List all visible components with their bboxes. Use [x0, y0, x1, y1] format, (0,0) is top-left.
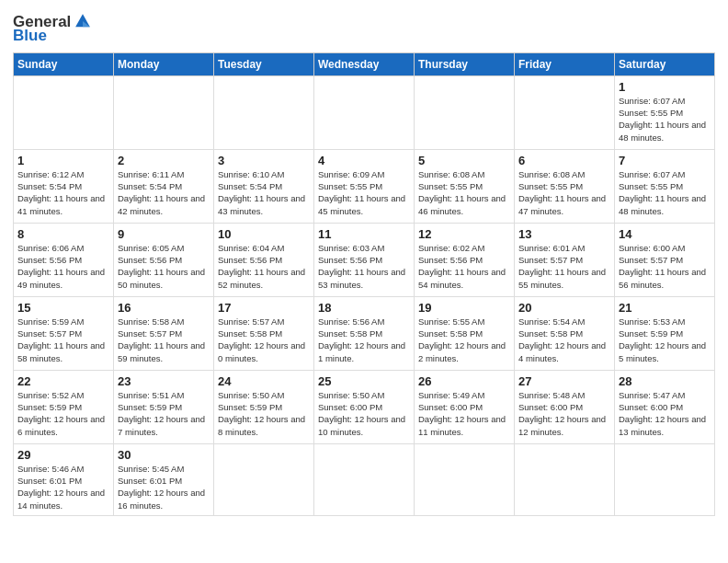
day-number: 29 [17, 448, 109, 462]
calendar-cell: 21Sunrise: 5:53 AMSunset: 5:59 PMDayligh… [615, 296, 715, 370]
day-details: Sunrise: 5:54 AMSunset: 5:58 PMDaylight:… [518, 316, 610, 364]
day-details: Sunrise: 6:02 AMSunset: 5:56 PMDaylight:… [418, 242, 510, 291]
calendar-cell: 16Sunrise: 5:58 AMSunset: 5:57 PMDayligh… [114, 296, 214, 370]
calendar-cell: 19Sunrise: 5:55 AMSunset: 5:58 PMDayligh… [415, 296, 515, 370]
calendar-cell [114, 75, 214, 149]
calendar-cell [515, 75, 615, 149]
day-number: 11 [318, 227, 410, 241]
calendar-week-row: 8Sunrise: 6:06 AMSunset: 5:56 PMDaylight… [14, 223, 715, 296]
calendar-cell: 26Sunrise: 5:49 AMSunset: 6:00 PMDayligh… [415, 370, 515, 443]
calendar-week-row: 22Sunrise: 5:52 AMSunset: 5:59 PMDayligh… [14, 370, 715, 443]
day-number: 10 [218, 227, 310, 241]
calendar-cell [515, 443, 615, 515]
day-number: 22 [17, 374, 109, 388]
day-details: Sunrise: 5:47 AMSunset: 6:00 PMDaylight:… [619, 389, 711, 438]
day-number: 16 [118, 301, 210, 315]
calendar-cell: 18Sunrise: 5:56 AMSunset: 5:58 PMDayligh… [314, 296, 415, 370]
day-header-wednesday: Wednesday [314, 52, 415, 75]
day-details: Sunrise: 5:50 AMSunset: 6:00 PMDaylight:… [318, 389, 410, 438]
day-number: 26 [418, 374, 510, 388]
calendar-cell [415, 75, 515, 149]
day-number: 5 [418, 154, 510, 167]
calendar-cell: 22Sunrise: 5:52 AMSunset: 5:59 PMDayligh… [14, 370, 114, 443]
calendar-cell: 20Sunrise: 5:54 AMSunset: 5:58 PMDayligh… [515, 296, 615, 370]
day-details: Sunrise: 6:09 AMSunset: 5:55 PMDaylight:… [318, 168, 410, 217]
day-details: Sunrise: 5:52 AMSunset: 5:59 PMDaylight:… [17, 389, 109, 438]
calendar-cell: 14Sunrise: 6:00 AMSunset: 5:57 PMDayligh… [615, 223, 715, 296]
day-details: Sunrise: 6:01 AMSunset: 5:57 PMDaylight:… [518, 242, 610, 291]
day-details: Sunrise: 5:53 AMSunset: 5:59 PMDaylight:… [619, 316, 711, 364]
day-number: 9 [118, 227, 210, 241]
logo: General Blue [13, 13, 93, 45]
day-header-thursday: Thursday [415, 52, 515, 75]
calendar-cell: 30Sunrise: 5:45 AMSunset: 6:01 PMDayligh… [114, 443, 214, 515]
day-details: Sunrise: 5:48 AMSunset: 6:00 PMDaylight:… [518, 389, 610, 438]
calendar-cell [615, 443, 715, 515]
day-details: Sunrise: 5:50 AMSunset: 5:59 PMDaylight:… [218, 389, 310, 438]
calendar-cell: 8Sunrise: 6:06 AMSunset: 5:56 PMDaylight… [14, 223, 114, 296]
day-number: 20 [518, 301, 610, 315]
day-details: Sunrise: 6:06 AMSunset: 5:56 PMDaylight:… [17, 242, 109, 291]
day-number: 19 [418, 301, 510, 315]
calendar-cell: 1Sunrise: 6:12 AMSunset: 5:54 PMDaylight… [14, 149, 114, 223]
calendar-week-row: 15Sunrise: 5:59 AMSunset: 5:57 PMDayligh… [14, 296, 715, 370]
calendar-cell: 11Sunrise: 6:03 AMSunset: 5:56 PMDayligh… [314, 223, 415, 296]
calendar-cell: 29Sunrise: 5:46 AMSunset: 6:01 PMDayligh… [14, 443, 114, 515]
day-number: 23 [118, 374, 210, 388]
day-details: Sunrise: 6:00 AMSunset: 5:57 PMDaylight:… [619, 242, 711, 291]
day-header-tuesday: Tuesday [214, 52, 314, 75]
calendar-cell: 9Sunrise: 6:05 AMSunset: 5:56 PMDaylight… [114, 223, 214, 296]
calendar-cell [415, 443, 515, 515]
day-number: 25 [318, 374, 410, 388]
day-number: 21 [619, 301, 711, 315]
day-details: Sunrise: 6:08 AMSunset: 5:55 PMDaylight:… [518, 168, 610, 217]
day-number: 14 [619, 227, 711, 241]
day-header-friday: Friday [515, 52, 615, 75]
day-details: Sunrise: 6:07 AMSunset: 5:55 PMDaylight:… [619, 95, 711, 144]
calendar-cell: 24Sunrise: 5:50 AMSunset: 5:59 PMDayligh… [214, 370, 314, 443]
day-number: 30 [118, 448, 210, 462]
day-number: 15 [17, 301, 109, 315]
day-number: 6 [518, 154, 610, 167]
day-number: 12 [418, 227, 510, 241]
day-header-sunday: Sunday [14, 52, 114, 75]
day-header-monday: Monday [114, 52, 214, 75]
day-details: Sunrise: 5:45 AMSunset: 6:01 PMDaylight:… [118, 463, 210, 511]
calendar-cell: 15Sunrise: 5:59 AMSunset: 5:57 PMDayligh… [14, 296, 114, 370]
day-details: Sunrise: 6:12 AMSunset: 5:54 PMDaylight:… [17, 168, 109, 217]
day-details: Sunrise: 6:03 AMSunset: 5:56 PMDaylight:… [318, 242, 410, 291]
day-details: Sunrise: 6:07 AMSunset: 5:55 PMDaylight:… [619, 168, 711, 217]
calendar-cell: 2Sunrise: 6:11 AMSunset: 5:54 PMDaylight… [114, 149, 214, 223]
day-details: Sunrise: 5:58 AMSunset: 5:57 PMDaylight:… [118, 316, 210, 364]
day-details: Sunrise: 6:10 AMSunset: 5:54 PMDaylight:… [218, 168, 310, 217]
calendar-cell: 10Sunrise: 6:04 AMSunset: 5:56 PMDayligh… [214, 223, 314, 296]
calendar-cell [214, 75, 314, 149]
day-details: Sunrise: 5:51 AMSunset: 5:59 PMDaylight:… [118, 389, 210, 438]
day-number: 18 [318, 301, 410, 315]
calendar-cell [314, 443, 415, 515]
day-details: Sunrise: 5:59 AMSunset: 5:57 PMDaylight:… [17, 316, 109, 364]
calendar-cell: 12Sunrise: 6:02 AMSunset: 5:56 PMDayligh… [415, 223, 515, 296]
day-number: 3 [218, 154, 310, 167]
calendar-cell: 25Sunrise: 5:50 AMSunset: 6:00 PMDayligh… [314, 370, 415, 443]
calendar-week-row: 29Sunrise: 5:46 AMSunset: 6:01 PMDayligh… [14, 443, 715, 515]
calendar-cell: 6Sunrise: 6:08 AMSunset: 5:55 PMDaylight… [515, 149, 615, 223]
page: General Blue SundayMondayTuesdayWednesda… [0, 0, 728, 563]
calendar-header-row: SundayMondayTuesdayWednesdayThursdayFrid… [14, 52, 715, 75]
calendar-cell [14, 75, 114, 149]
calendar-cell: 28Sunrise: 5:47 AMSunset: 6:00 PMDayligh… [615, 370, 715, 443]
day-number: 28 [619, 374, 711, 388]
day-details: Sunrise: 5:49 AMSunset: 6:00 PMDaylight:… [418, 389, 510, 438]
calendar-cell: 27Sunrise: 5:48 AMSunset: 6:00 PMDayligh… [515, 370, 615, 443]
day-details: Sunrise: 5:55 AMSunset: 5:58 PMDaylight:… [418, 316, 510, 364]
day-details: Sunrise: 6:08 AMSunset: 5:55 PMDaylight:… [418, 168, 510, 217]
day-number: 1 [17, 154, 109, 167]
day-details: Sunrise: 6:04 AMSunset: 5:56 PMDaylight:… [218, 242, 310, 291]
calendar-cell [314, 75, 415, 149]
day-details: Sunrise: 6:11 AMSunset: 5:54 PMDaylight:… [118, 168, 210, 217]
calendar-cell: 4Sunrise: 6:09 AMSunset: 5:55 PMDaylight… [314, 149, 415, 223]
logo-icon [73, 11, 93, 31]
calendar-cell [214, 443, 314, 515]
calendar-cell: 13Sunrise: 6:01 AMSunset: 5:57 PMDayligh… [515, 223, 615, 296]
day-header-saturday: Saturday [615, 52, 715, 75]
